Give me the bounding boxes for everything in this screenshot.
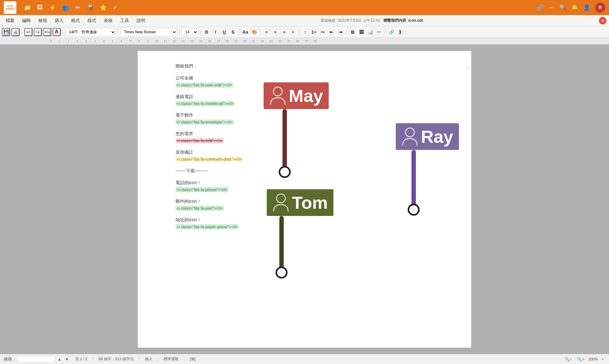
ray-flag-name: Ray xyxy=(421,126,453,147)
address-icon-code: <i class="fas fa-paper-plane"></i> xyxy=(176,224,452,229)
text-case-button[interactable]: Aa xyxy=(242,28,249,36)
zoom-level: 100% xyxy=(588,357,598,361)
titlebar: OSS 技術科技 📁 🖼 ⚡ 👥 ✏ 📦 ⭐ ✓ 🔗 ⋯ 🔍 🔔 👤 R xyxy=(0,0,609,15)
ordered-list-button[interactable]: 1≡ xyxy=(310,28,318,36)
lightning-icon[interactable]: ⚡ xyxy=(49,4,56,11)
address-icon-section: 地址的icon！ <i class="fas fa-paper-plane"><… xyxy=(176,217,452,229)
line-spacing-button[interactable]: ↕ xyxy=(301,28,309,36)
mail-icon-code-text: <i class="fas fa-pen"></i> xyxy=(176,206,224,211)
star-icon[interactable]: ⭐ xyxy=(100,4,107,11)
check-icon[interactable]: ✓ xyxy=(113,4,118,11)
notes-code: <i class="fas fa-comment-dots"></i> xyxy=(176,157,452,162)
image-insert-button[interactable]: 🖼 xyxy=(358,28,365,36)
menu-view[interactable]: 檢視 xyxy=(35,17,50,25)
page-indicator: 1 xyxy=(466,67,468,70)
insert-mode: 插入 xyxy=(145,356,153,362)
search-section: 搜尋： ▲ ▼ xyxy=(4,356,70,363)
strikethrough-button[interactable]: S xyxy=(229,28,237,36)
address-icon-code-text: <i class="fas fa-paper-plane"></i> xyxy=(176,224,239,229)
bold-button[interactable]: B xyxy=(203,28,210,36)
font-size-select[interactable]: 14 xyxy=(182,28,198,36)
window-close-button[interactable]: ✕ xyxy=(599,17,606,25)
undo-button[interactable]: ↩ xyxy=(24,28,32,36)
main-area: 聯絡我們： 公司名稱 <i class="fas fa-user-edit"><… xyxy=(0,45,609,354)
save-button[interactable]: 💾 xyxy=(2,28,10,36)
align-left-button[interactable]: ≡ xyxy=(263,28,270,36)
chart-button[interactable]: 📊 xyxy=(366,28,374,36)
company-name-label: 公司名稱 xyxy=(176,75,452,81)
font-color-button[interactable]: A xyxy=(53,28,61,36)
para-style-select[interactable]: 14PT・對齊邊線 xyxy=(65,28,116,36)
zoom-adjust-button[interactable]: + xyxy=(600,357,605,361)
unordered-list-button[interactable]: •≡ xyxy=(319,28,327,36)
expand-button[interactable]: ⟫ xyxy=(396,28,404,36)
edit-icon[interactable]: ✏ xyxy=(75,4,80,11)
account-icon[interactable]: 👤 xyxy=(583,4,590,11)
svg-point-1 xyxy=(405,128,414,137)
may-person-icon xyxy=(269,86,286,106)
link-button[interactable]: 🔗 xyxy=(388,28,395,36)
font-name-select[interactable]: Times New Roman xyxy=(120,28,177,36)
search-up-button[interactable]: ▲ xyxy=(56,356,63,362)
table-button[interactable]: ⊞ xyxy=(349,28,356,36)
toolbar: 💾 🖨 ↩ ↪ ✕a A 14PT・對齊邊線 Times New Roman 1… xyxy=(0,26,609,38)
clear-format-button[interactable]: ✕a xyxy=(43,28,51,36)
may-flag-name: May xyxy=(289,85,323,106)
menu-format[interactable]: 格式 xyxy=(68,17,83,25)
divider-section: -------下面--------- xyxy=(176,168,452,174)
menu-tools[interactable]: 工具 xyxy=(117,17,132,25)
share-icon[interactable]: 🔗 xyxy=(537,4,544,11)
folder-icon[interactable]: 📁 xyxy=(24,4,31,11)
notes-code-text: <i class="fas fa-comment-dots"></i> xyxy=(176,157,243,162)
notifications-icon[interactable]: 🔔 xyxy=(571,4,578,11)
titlebar-icons: 📁 🖼 ⚡ 👥 ✏ 📦 ⭐ ✓ xyxy=(24,4,118,11)
word-count: 68 個字，313 個字元 xyxy=(98,356,134,362)
zoom-out-button[interactable]: 🔍− xyxy=(563,357,573,361)
zoom-in-button[interactable]: 🔍+ xyxy=(576,357,586,361)
search-input[interactable] xyxy=(17,356,55,363)
email-code-text: <i class="fas fa-envelope"></i> xyxy=(176,119,234,125)
notes-label: 其他備註 xyxy=(176,150,452,155)
statusbar: 搜尋： ▲ ▼ 頁 1 / 2 | 68 個字，313 個字元 | 插入 | 標… xyxy=(0,354,609,364)
needs-code-text: <i class="fas fa-edit"></i> xyxy=(176,138,224,143)
phone-icon-label: 電話的icon！ xyxy=(176,180,452,186)
search-icon[interactable]: 🔍 xyxy=(559,4,566,11)
search-down-button[interactable]: ▼ xyxy=(64,356,70,362)
logo-line2: 技術科技 xyxy=(6,8,14,11)
redo-button[interactable]: ↪ xyxy=(34,28,42,36)
menu-insert[interactable]: 插入 xyxy=(52,17,67,25)
document-page: 聯絡我們： 公司名稱 <i class="fas fa-user-edit"><… xyxy=(138,51,471,348)
email-label: 電子郵件 xyxy=(176,113,452,118)
indent-decrease-button[interactable]: ⇤ xyxy=(328,28,335,36)
user-avatar[interactable]: R xyxy=(595,3,605,13)
align-justify-button[interactable]: ≡ xyxy=(289,28,297,36)
menu-edit[interactable]: 編輯 xyxy=(19,17,34,25)
page-info: 頁 1 / 2 xyxy=(75,356,87,362)
print-button[interactable]: 🖨 xyxy=(11,28,20,36)
titlebar-right: 🔗 ⋯ 🔍 🔔 👤 R xyxy=(537,3,605,13)
align-center-button[interactable]: ≡ xyxy=(271,28,279,36)
none-label: [無] xyxy=(190,356,196,362)
more-icon[interactable]: ⋯ xyxy=(549,4,554,11)
italic-button[interactable]: I xyxy=(212,28,219,36)
underline-button[interactable]: U xyxy=(221,28,228,36)
company-code-text: <i class="fas fa-user-edit"></i> xyxy=(176,82,233,88)
flag-tom: Tom xyxy=(267,189,333,273)
app-logo: OSS 技術科技 xyxy=(4,1,16,14)
package-icon[interactable]: 📦 xyxy=(87,4,93,11)
search-label: 搜尋： xyxy=(4,356,16,362)
divider-text: -------下面--------- xyxy=(176,168,452,174)
indent-increase-button[interactable]: ⇥ xyxy=(337,28,344,36)
menu-file[interactable]: 檔案 xyxy=(3,17,18,25)
more-tools-button[interactable]: ⋯ xyxy=(375,28,383,36)
image-icon[interactable]: 🖼 xyxy=(37,4,43,11)
highlight-button[interactable]: 🎨 xyxy=(250,28,258,36)
menu-table[interactable]: 表格 xyxy=(101,17,116,25)
notes-section: 其他備註 <i class="fas fa-comment-dots"></i> xyxy=(176,150,452,162)
contact-label: 聯絡我們： xyxy=(176,63,452,69)
align-right-button[interactable]: ≡ xyxy=(280,28,288,36)
menu-styles[interactable]: 樣式 xyxy=(84,17,99,25)
address-icon-label: 地址的icon！ xyxy=(176,217,452,223)
menu-help[interactable]: 說明 xyxy=(133,17,148,25)
users-icon[interactable]: 👥 xyxy=(62,4,69,11)
